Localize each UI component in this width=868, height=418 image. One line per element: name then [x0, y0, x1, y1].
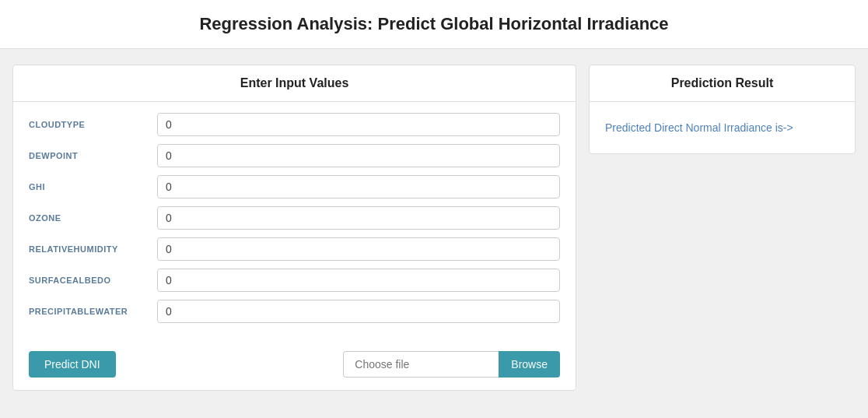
field-row-precipitablewater: PRECIPITABLEWATER [29, 300, 560, 323]
input-dewpoint[interactable] [157, 144, 560, 167]
field-row-ozone: OZONE [29, 206, 560, 230]
input-ghi[interactable] [157, 175, 560, 198]
page-header: Regression Analysis: Predict Global Hori… [0, 0, 868, 49]
file-choose-input[interactable] [343, 351, 499, 378]
input-cloudtype[interactable] [157, 113, 560, 136]
field-row-relativehumidity: RELATIVEHUMIDITY [29, 237, 560, 261]
result-panel: Prediction Result Predicted Direct Norma… [589, 65, 856, 154]
file-input-group: Browse [125, 351, 560, 378]
label-relativehumidity: RELATIVEHUMIDITY [29, 244, 157, 254]
browse-button[interactable]: Browse [499, 351, 560, 378]
main-content: Enter Input Values CLOUDTYPE DEWPOINT GH… [0, 49, 868, 406]
predict-button[interactable]: Predict DNI [29, 351, 116, 378]
field-row-dewpoint: DEWPOINT [29, 144, 560, 167]
label-surfacealbedo: SURFACEALBEDO [29, 276, 157, 285]
input-panel-title: Enter Input Values [29, 76, 560, 90]
label-dewpoint: DEWPOINT [29, 151, 157, 160]
input-panel-header: Enter Input Values [13, 65, 576, 102]
label-ozone: OZONE [29, 213, 157, 223]
action-row: Predict DNI Browse [13, 342, 576, 390]
result-panel-header: Prediction Result [590, 65, 855, 102]
result-content: Predicted Direct Normal Irradiance is-> [590, 102, 855, 153]
input-fields: CLOUDTYPE DEWPOINT GHI OZONE RELATIVEHUM… [13, 102, 576, 342]
field-row-surfacealbedo: SURFACEALBEDO [29, 269, 560, 292]
input-panel: Enter Input Values CLOUDTYPE DEWPOINT GH… [12, 65, 576, 391]
result-panel-title: Prediction Result [605, 76, 839, 90]
field-row-ghi: GHI [29, 175, 560, 198]
input-surfacealbedo[interactable] [157, 269, 560, 292]
label-precipitablewater: PRECIPITABLEWATER [29, 307, 157, 316]
label-cloudtype: CLOUDTYPE [29, 120, 157, 129]
label-ghi: GHI [29, 182, 157, 191]
input-precipitablewater[interactable] [157, 300, 560, 323]
page-title: Regression Analysis: Predict Global Hori… [16, 14, 852, 34]
field-row-cloudtype: CLOUDTYPE [29, 113, 560, 136]
result-text: Predicted Direct Normal Irradiance is-> [605, 121, 793, 134]
input-relativehumidity[interactable] [157, 237, 560, 261]
input-ozone[interactable] [157, 206, 560, 230]
